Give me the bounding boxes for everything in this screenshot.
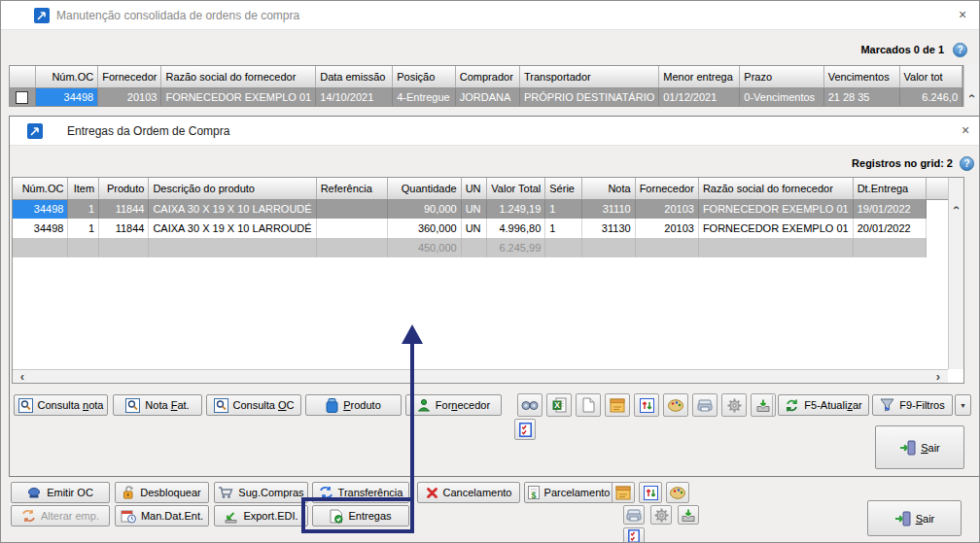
- cell[interactable]: 1: [545, 199, 581, 219]
- checklist-icon-button[interactable]: [623, 527, 645, 543]
- col-header[interactable]: Série: [545, 178, 581, 199]
- emitir-oc-button[interactable]: Emitir OC: [11, 482, 110, 503]
- fornecedor-button[interactable]: Fornecedor: [405, 394, 502, 416]
- col-header[interactable]: Fornecedor: [635, 178, 698, 199]
- col-header[interactable]: Item: [68, 178, 99, 199]
- cell[interactable]: 20/01/2022: [853, 219, 927, 238]
- cell[interactable]: 90,000: [387, 199, 461, 219]
- cell[interactable]: 21 28 35: [823, 87, 899, 107]
- scroll-up-icon[interactable]: ‹: [965, 89, 979, 103]
- col-header[interactable]: Posição: [393, 66, 456, 87]
- cell[interactable]: FORNECEDOR EXEMPLO 01: [698, 219, 853, 238]
- desbloquear-button[interactable]: Desbloquear: [115, 482, 209, 503]
- cell[interactable]: 1.249,19: [487, 199, 545, 219]
- consulta-nota-button[interactable]: Consulta nota: [14, 394, 108, 416]
- col-header[interactable]: Razão social do fornecedor: [698, 178, 853, 199]
- fg-help-icon[interactable]: ?: [960, 156, 974, 171]
- updown-icon-button[interactable]: [634, 393, 659, 417]
- bg-grid-vscrollbar[interactable]: ‹: [963, 65, 979, 107]
- cell[interactable]: 20103: [635, 199, 698, 219]
- cell[interactable]: 14/10/2021: [316, 87, 393, 107]
- cell[interactable]: [316, 199, 387, 219]
- cell[interactable]: UN: [461, 219, 487, 238]
- cell[interactable]: 4-Entregue: [393, 87, 456, 107]
- col-header[interactable]: Descrição do produto: [149, 178, 316, 199]
- entregas-button[interactable]: Entregas: [312, 505, 409, 526]
- gear-icon-button[interactable]: [721, 393, 747, 417]
- cell[interactable]: 01/12/2021: [659, 87, 740, 107]
- man-dat-ent-button[interactable]: Man.Dat.Ent.: [115, 505, 209, 526]
- f5-atualizar-button[interactable]: F5-Atualizar: [778, 394, 869, 416]
- col-header[interactable]: Data emissão: [316, 66, 393, 87]
- cell[interactable]: FORNECEDOR EXEMPLO 01: [698, 199, 853, 219]
- fg-grid-hscrollbar[interactable]: ‹ ›: [13, 369, 948, 383]
- col-header[interactable]: UN: [461, 178, 487, 199]
- filtros-dropdown-button[interactable]: ▼: [955, 394, 971, 416]
- cell[interactable]: JORDANA: [455, 87, 519, 107]
- export-edi-button[interactable]: Export.EDI.: [214, 505, 308, 526]
- scroll-left-icon[interactable]: ‹: [16, 370, 29, 384]
- calendar-hand-icon-button[interactable]: [612, 482, 635, 503]
- binoculars-icon-button[interactable]: [517, 393, 542, 417]
- cell[interactable]: 20103: [635, 219, 698, 238]
- col-header[interactable]: Razão social do fornecedor: [161, 66, 316, 87]
- fg-data-row[interactable]: 34498 1 11844 CAIXA 30 X 19 X 10 LARROUD…: [13, 219, 963, 238]
- col-header[interactable]: Produto: [99, 178, 149, 199]
- cell[interactable]: 360,000: [387, 219, 461, 238]
- cell[interactable]: 11844: [99, 219, 149, 238]
- col-header[interactable]: Comprador: [455, 66, 519, 87]
- palette-icon-button[interactable]: [663, 393, 688, 417]
- col-header[interactable]: Valor tot: [899, 66, 962, 87]
- cell[interactable]: 1: [68, 219, 99, 238]
- cell[interactable]: 19/01/2022: [853, 199, 927, 219]
- col-header[interactable]: Dt.Entrega: [853, 178, 927, 199]
- nota-fat-button[interactable]: Nota Fat.: [113, 394, 202, 416]
- import-icon-button[interactable]: [678, 505, 699, 525]
- fg-close-icon[interactable]: ×: [957, 122, 974, 140]
- cell[interactable]: 34498: [13, 219, 68, 238]
- cell[interactable]: 1: [68, 199, 99, 219]
- cell[interactable]: 34498: [13, 199, 68, 219]
- cell[interactable]: FORNECEDOR EXEMPLO 01: [161, 87, 316, 107]
- cell[interactable]: 20103: [98, 87, 161, 107]
- sug-compras-button[interactable]: Sug.Compras: [214, 482, 308, 503]
- col-header[interactable]: Nota: [581, 178, 635, 199]
- cell[interactable]: CAIXA 30 X 19 X 10 LARROUDÉ: [149, 199, 316, 219]
- fg-grid-vscrollbar[interactable]: ‹: [948, 178, 963, 369]
- scroll-up-icon[interactable]: ‹: [950, 201, 963, 215]
- alterar-emp-button[interactable]: Alterar emp.: [11, 505, 110, 526]
- produto-button[interactable]: Produto: [305, 394, 402, 416]
- palette-icon-button[interactable]: [666, 482, 689, 503]
- excel-export-icon-button[interactable]: X: [546, 393, 572, 417]
- fg-data-row[interactable]: 34498 1 11844 CAIXA 30 X 19 X 10 LARROUD…: [13, 199, 963, 219]
- row-checkbox[interactable]: [16, 91, 28, 104]
- updown-icon-button[interactable]: [639, 482, 662, 503]
- new-page-icon-button[interactable]: [576, 393, 601, 417]
- cell[interactable]: [316, 219, 387, 238]
- f9-filtros-button[interactable]: F9-Filtros: [872, 394, 953, 416]
- col-header[interactable]: Transportador: [519, 66, 658, 87]
- checklist-icon-button[interactable]: [514, 419, 536, 440]
- bg-data-row[interactable]: 34498 20103 FORNECEDOR EXEMPLO 01 14/10/…: [10, 87, 962, 107]
- col-header[interactable]: Núm.OC: [13, 178, 68, 199]
- col-header[interactable]: Valor Total: [487, 178, 545, 199]
- cancelamento-button[interactable]: Cancelamento: [417, 482, 520, 503]
- cell[interactable]: 1: [545, 219, 581, 238]
- printer-icon-button[interactable]: [692, 393, 718, 417]
- transferencia-button[interactable]: Transferência: [312, 482, 409, 503]
- col-header-check[interactable]: [10, 66, 35, 87]
- cell[interactable]: 34498: [35, 87, 97, 107]
- cell[interactable]: UN: [461, 199, 487, 219]
- bg-help-icon[interactable]: ?: [953, 43, 967, 57]
- printer-icon-button[interactable]: [623, 505, 645, 525]
- col-header[interactable]: Quantidade: [387, 178, 461, 199]
- cell[interactable]: PRÓPRIO DESTINATÁRIO: [519, 87, 658, 107]
- fg-sair-button[interactable]: Sair: [875, 425, 964, 469]
- bg-sair-button[interactable]: Sair: [867, 500, 962, 536]
- col-header[interactable]: Referência: [316, 178, 387, 199]
- col-header[interactable]: Prazo: [740, 66, 823, 87]
- col-header[interactable]: Menor entrega: [659, 66, 740, 87]
- cell[interactable]: 31130: [581, 219, 635, 238]
- cell[interactable]: 4.996,80: [487, 219, 545, 238]
- parcelamento-button[interactable]: $ Parcelamento: [524, 482, 613, 503]
